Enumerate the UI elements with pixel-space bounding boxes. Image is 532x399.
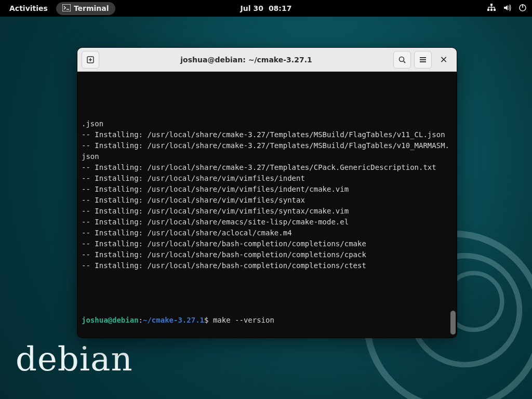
terminal-output-line: -- Installing: /usr/local/share/vim/vimf… [82,206,454,217]
svg-rect-0 [62,4,71,11]
network-icon[interactable] [487,4,496,14]
titlebar[interactable]: joshua@debian: ~/cmake-3.27.1 ✕ [77,48,457,72]
prompt-line-1: joshua@debian:~/cmake-3.27.1$ make --ver… [82,315,454,326]
close-icon: ✕ [440,54,447,65]
close-button[interactable]: ✕ [435,51,453,69]
terminal-output-line: -- Installing: /usr/local/share/cmake-3.… [82,140,454,162]
gnome-topbar: Activities Terminal Jul 30 08:17 [0,0,532,17]
svg-rect-3 [490,9,493,11]
terminal-output-line: -- Installing: /usr/local/share/emacs/si… [82,217,454,228]
scrollbar-thumb[interactable] [450,311,456,335]
svg-rect-2 [487,9,489,11]
new-tab-button[interactable] [82,51,99,69]
terminal-output-line: .json [82,118,454,129]
terminal-output-line: -- Installing: /usr/local/share/bash-com… [82,260,454,271]
volume-icon[interactable] [503,4,511,14]
clock-date: Jul 30 [241,4,263,12]
terminal-output-line: -- Installing: /usr/local/share/cmake-3.… [82,162,454,173]
terminal-output-line: -- Installing: /usr/local/share/vim/vimf… [82,195,454,206]
svg-point-11 [400,57,404,61]
terminal-window: joshua@debian: ~/cmake-3.27.1 ✕ .json-- … [77,47,457,338]
terminal-output-line: -- Installing: /usr/local/share/vim/vimf… [82,173,454,184]
power-icon[interactable] [518,4,527,14]
wallpaper-wordmark: debian [16,340,133,378]
current-app-label: Terminal [74,4,109,12]
hamburger-menu-button[interactable] [414,51,432,69]
activities-button[interactable]: Activities [5,2,52,15]
terminal-output-line: -- Installing: /usr/local/share/vim/vimf… [82,184,454,195]
terminal-output-line: -- Installing: /usr/local/share/aclocal/… [82,228,454,238]
terminal-output-line: -- Installing: /usr/local/share/bash-com… [82,238,454,249]
terminal-output-line: -- Installing: /usr/local/share/cmake-3.… [82,129,454,140]
terminal-output-line: -- Installing: /usr/local/share/bash-com… [82,249,454,260]
clock[interactable]: Jul 30 08:17 [241,4,292,12]
terminal-icon [62,4,71,13]
search-button[interactable] [393,51,411,69]
terminal-content[interactable]: .json-- Installing: /usr/local/share/cma… [77,72,457,338]
svg-rect-1 [490,4,493,6]
window-title: joshua@debian: ~/cmake-3.27.1 [102,56,390,64]
current-app-pill[interactable]: Terminal [56,2,115,15]
svg-rect-6 [522,4,523,8]
svg-rect-4 [494,9,496,11]
clock-time: 08:17 [269,4,292,12]
